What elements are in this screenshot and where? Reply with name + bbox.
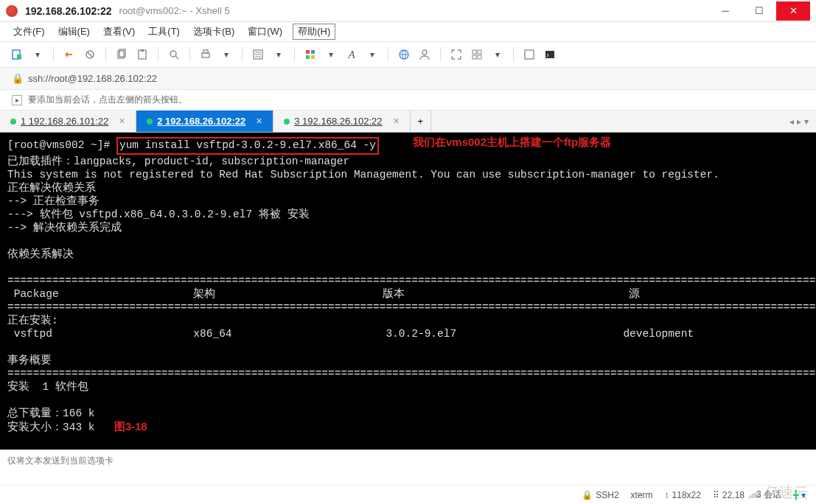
terminal-icon[interactable] [542, 46, 558, 63]
infobar: ▸ 要添加当前会话，点击左侧的箭头按钮。 [0, 90, 816, 111]
paste-icon[interactable] [134, 46, 150, 63]
pkg-version: 3.0.2-9.el7 [386, 328, 456, 340]
send-input[interactable] [7, 455, 229, 466]
tile-icon[interactable] [469, 46, 485, 63]
resize-icon: ↕ [665, 490, 669, 500]
menu-tabs[interactable]: 选项卡(B) [190, 24, 237, 40]
divider: ========================================… [7, 275, 816, 287]
address-url[interactable]: ssh://root@192.168.26.102:22 [28, 73, 157, 84]
col-arch: 架构 [193, 288, 215, 300]
tab-label: 2 192.168.26.102:22 [157, 116, 245, 127]
copy-icon[interactable] [114, 46, 130, 63]
menu-tools[interactable]: 工具(T) [145, 24, 183, 40]
svg-rect-1 [17, 55, 21, 59]
script-icon[interactable] [521, 46, 537, 63]
svg-point-16 [422, 50, 427, 55]
dropdown-icon[interactable]: ▾ [29, 46, 46, 63]
add-session-icon[interactable]: ▸ [12, 95, 22, 105]
properties-icon[interactable] [250, 46, 266, 63]
status-dot-icon [147, 119, 153, 125]
tab-2[interactable]: 2 192.168.26.102:22 ✕ [136, 111, 273, 132]
new-session-icon[interactable] [9, 46, 25, 63]
terminal-line: 安装大小：343 k [7, 421, 95, 433]
divider: ========================================… [7, 301, 816, 313]
svg-rect-20 [478, 55, 481, 59]
dropdown-icon[interactable]: ▾ [323, 46, 339, 63]
annotation-text: 我们在vms002主机上搭建一个ftp服务器 [413, 136, 611, 149]
tab-add-button[interactable]: + [411, 111, 432, 132]
menu-edit[interactable]: 编辑(E) [55, 24, 93, 40]
disconnect-icon[interactable] [82, 46, 98, 63]
dropdown-icon[interactable]: ▾ [364, 46, 380, 63]
dropdown-icon[interactable]: ▾ [271, 46, 287, 63]
app-icon [6, 5, 18, 17]
svg-rect-18 [478, 50, 481, 54]
reconnect-icon[interactable] [61, 46, 77, 63]
lock-icon: 🔒 [582, 490, 593, 500]
status-cursor: 22,18 [722, 490, 744, 500]
svg-rect-8 [202, 53, 209, 57]
watermark: ☁亿速云 [747, 483, 809, 503]
cursor-icon: ⠿ [713, 490, 719, 500]
tab-menu-icon[interactable]: ▾ [804, 116, 809, 127]
svg-rect-11 [306, 50, 310, 54]
tab-close-icon[interactable]: ✕ [256, 116, 262, 126]
close-button[interactable]: ✕ [776, 1, 810, 21]
window-title-host: 192.168.26.102:22 [25, 5, 112, 17]
command-highlight: yum install vsftpd-3.0.2-9.el7.x86_64 -y [116, 137, 379, 155]
col-package: Package [7, 288, 59, 300]
search-icon[interactable] [166, 46, 182, 63]
toolbar: ▾ ▾ ▾ ▾ A ▾ ▾ [0, 41, 816, 68]
svg-rect-9 [203, 50, 208, 53]
terminal-line: 总下载量：166 k [7, 407, 95, 419]
tab-next-icon[interactable]: ▸ [797, 116, 801, 127]
fullscreen-icon[interactable] [448, 46, 464, 63]
status-size: 118x22 [672, 490, 701, 500]
terminal-line: 依赖关系解决 [7, 248, 74, 260]
svg-rect-14 [311, 55, 315, 59]
font-icon[interactable]: A [344, 46, 360, 63]
terminal[interactable]: [root@vms002 ~]# yum install vsftpd-3.0.… [0, 133, 816, 449]
status-dot-icon [284, 119, 290, 125]
infobar-text: 要添加当前会话，点击左侧的箭头按钮。 [28, 94, 187, 106]
globe-icon[interactable] [396, 46, 412, 63]
tab-1[interactable]: 1 192.168.26.101:22 ✕ [0, 111, 136, 132]
pkg-repo: development [623, 328, 694, 340]
pkg-name: vsftpd [7, 328, 52, 340]
pkg-arch: x86_64 [193, 328, 231, 340]
menubar: 文件(F) 编辑(E) 查看(V) 工具(T) 选项卡(B) 窗口(W) 帮助(… [0, 22, 816, 41]
tab-close-icon[interactable]: ✕ [393, 116, 400, 126]
window-title-sub: root@vms002:~ - Xshell 5 [119, 5, 230, 16]
svg-rect-12 [311, 50, 315, 54]
user-icon[interactable] [416, 46, 433, 63]
menu-window[interactable]: 窗口(W) [245, 24, 285, 40]
status-term: xterm [631, 490, 653, 500]
print-icon[interactable] [198, 46, 214, 63]
terminal-line: --> 解决依赖关系完成 [7, 222, 122, 234]
svg-rect-6 [141, 49, 144, 52]
sendbar [0, 449, 816, 470]
tab-close-icon[interactable]: ✕ [119, 116, 125, 126]
minimize-button[interactable]: ─ [708, 1, 742, 21]
dropdown-icon[interactable]: ▾ [489, 46, 506, 63]
dropdown-icon[interactable]: ▾ [218, 46, 234, 63]
terminal-line: 已加载插件：langpacks, product-id, subscriptio… [7, 155, 349, 167]
col-version: 版本 [383, 288, 405, 300]
maximize-button[interactable]: ☐ [742, 1, 776, 21]
tab-prev-icon[interactable]: ◂ [789, 116, 794, 127]
menu-view[interactable]: 查看(V) [100, 24, 138, 40]
terminal-line: ---> 软件包 vsftpd.x86_64.0.3.0.2-9.el7 将被 … [7, 209, 310, 220]
svg-point-7 [170, 51, 176, 57]
statusbar: 🔒SSH2 xterm ↕ 118x22 ⠿ 22,18 3 会话 ╋ ▾ [0, 485, 816, 504]
tab-3[interactable]: 3 192.168.26.102:22 ✕ [273, 111, 410, 132]
color-icon[interactable] [302, 46, 318, 63]
status-dot-icon [10, 119, 16, 125]
svg-rect-21 [525, 50, 534, 59]
installing-label: 正在安装: [7, 315, 58, 326]
terminal-line: 正在解决依赖关系 [7, 182, 96, 194]
menu-help[interactable]: 帮助(H) [293, 24, 335, 40]
status-proto: SSH2 [596, 490, 618, 500]
menu-file[interactable]: 文件(F) [10, 24, 48, 40]
svg-rect-17 [472, 50, 476, 54]
terminal-line: 事务概要 [7, 354, 52, 366]
